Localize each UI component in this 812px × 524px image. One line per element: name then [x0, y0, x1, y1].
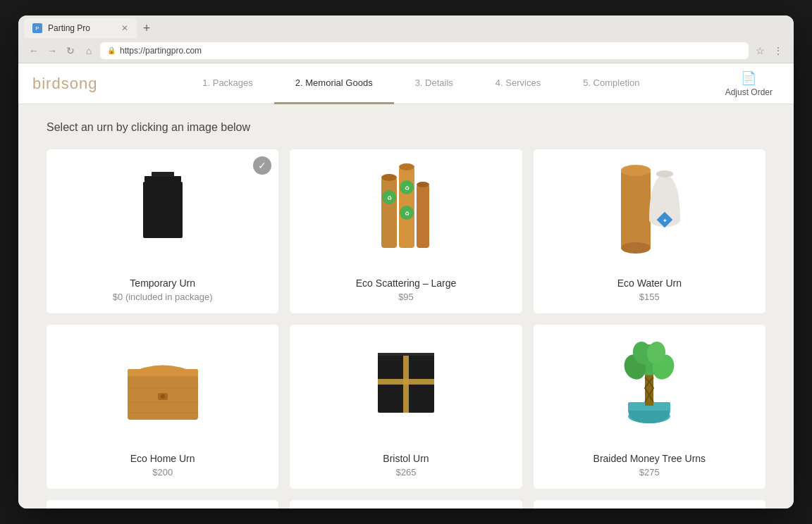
step-details[interactable]: 3. Details	[394, 63, 474, 104]
home-button[interactable]: ⌂	[82, 44, 96, 58]
product-card-braided-money-tree[interactable]: Braided Money Tree Urns $275	[534, 325, 765, 489]
product-image-8	[290, 500, 522, 509]
svg-point-17	[621, 242, 651, 254]
product-image-eco-water: ✦	[534, 149, 765, 269]
step-memorial-goods[interactable]: 2. Memorial Goods	[274, 63, 394, 104]
tab-title: Parting Pro	[48, 23, 90, 33]
product-info-braided-money-tree: Braided Money Tree Urns $275	[534, 444, 765, 489]
svg-point-19	[656, 170, 673, 177]
product-card-9[interactable]	[534, 500, 765, 509]
app-header: birdsong 1. Packages 2. Memorial Goods 3…	[18, 63, 794, 104]
step-packages[interactable]: 1. Packages	[181, 63, 274, 104]
products-grid: ✓ Temporary Urn $0 (included in package)	[47, 149, 765, 509]
braided-money-tree-image	[610, 335, 688, 434]
product-card-bristol[interactable]: Bristol Urn $265	[290, 325, 522, 489]
selected-badge: ✓	[253, 156, 271, 175]
new-tab-button[interactable]: +	[137, 18, 156, 38]
logo-text: birdsong	[32, 75, 97, 92]
svg-point-7	[399, 163, 414, 170]
product-card-8[interactable]	[290, 500, 522, 509]
eco-water-image: ✦	[607, 156, 691, 262]
product-8-image	[374, 504, 438, 509]
forward-button[interactable]: →	[45, 44, 59, 58]
svg-text:♻: ♻	[404, 211, 409, 217]
product-name-braided-money-tree: Braided Money Tree Urns	[545, 453, 754, 464]
svg-rect-5	[417, 185, 429, 248]
svg-point-6	[381, 174, 397, 181]
adjust-order-button[interactable]: 📄 Adjust Order	[718, 66, 780, 101]
active-tab[interactable]: P Parting Pro ✕	[24, 18, 137, 38]
svg-rect-32	[378, 353, 434, 356]
svg-rect-2	[143, 182, 183, 238]
product-info-eco-scattering: Eco Scattering – Large $95	[290, 269, 522, 313]
menu-button[interactable]: ⋮	[771, 44, 785, 58]
browser-toolbar: ← → ↻ ⌂ 🔒 https://partingpro.com ☆ ⋮	[18, 38, 794, 63]
product-price-eco-water: $155	[545, 292, 754, 302]
address-bar[interactable]: 🔒 https://partingpro.com	[100, 42, 749, 59]
product-card-eco-scattering[interactable]: ♻ ♻ ♻ Eco Scattering – Large $95	[290, 149, 522, 313]
product-name-eco-water: Eco Water Urn	[545, 277, 754, 289]
tab-bar: P Parting Pro ✕ +	[18, 15, 794, 38]
product-image-eco-home	[47, 325, 278, 444]
main-content: Select an urn by clicking an image below…	[18, 104, 794, 509]
temporary-urn-image	[135, 170, 191, 248]
refresh-button[interactable]: ↻	[63, 44, 78, 58]
product-name-eco-scattering: Eco Scattering – Large	[301, 277, 510, 289]
product-info-bristol: Bristol Urn $265	[290, 444, 522, 489]
back-button[interactable]: ←	[27, 44, 41, 58]
svg-point-28	[161, 394, 165, 399]
product-image-eco-scattering: ♻ ♻ ♻	[290, 149, 522, 269]
adjust-order-label: Adjust Order	[725, 87, 773, 97]
svg-rect-15	[621, 170, 651, 248]
product-price-temporary-urn: $0 (included in package)	[58, 292, 267, 302]
product-price-bristol: $265	[301, 467, 510, 478]
product-name-temporary-urn: Temporary Urn	[58, 277, 267, 289]
bookmark-button[interactable]: ☆	[753, 44, 767, 58]
step-services[interactable]: 4. Services	[474, 63, 562, 104]
product-image-braided-money-tree	[534, 325, 765, 444]
browser-window: P Parting Pro ✕ + ← → ↻ ⌂ 🔒 https://part…	[18, 15, 794, 509]
svg-text:♻: ♻	[386, 195, 391, 201]
product-info-eco-water: Eco Water Urn $155	[534, 269, 765, 313]
product-card-eco-water[interactable]: ✦ Eco Water Urn $155	[534, 149, 765, 313]
product-info-temporary-urn: Temporary Urn $0 (included in package)	[47, 269, 278, 313]
product-name-bristol: Bristol Urn	[301, 453, 510, 464]
tab-close-button[interactable]: ✕	[121, 23, 128, 33]
svg-point-16	[621, 165, 651, 176]
svg-rect-23	[128, 369, 198, 376]
svg-rect-31	[403, 353, 409, 413]
product-7-image	[135, 504, 191, 509]
eco-scattering-image: ♻ ♻ ♻	[364, 156, 448, 262]
step-navigation: 1. Packages 2. Memorial Goods 3. Details…	[124, 63, 718, 104]
eco-home-image	[117, 335, 209, 434]
product-card-eco-home[interactable]: Eco Home Urn $200	[47, 325, 278, 489]
product-price-eco-home: $200	[58, 467, 267, 478]
lock-icon: 🔒	[107, 46, 116, 54]
url-text: https://partingpro.com	[120, 46, 202, 56]
product-image-9	[534, 500, 765, 509]
step-completion[interactable]: 5. Completion	[562, 63, 660, 104]
product-price-braided-money-tree: $275	[545, 467, 754, 478]
logo: birdsong	[32, 75, 124, 93]
product-name-eco-home: Eco Home Urn	[58, 453, 267, 464]
svg-rect-0	[144, 176, 181, 182]
adjust-order-icon: 📄	[741, 70, 756, 86]
svg-point-8	[417, 182, 429, 187]
svg-text:♻: ♻	[404, 185, 409, 192]
svg-rect-1	[152, 172, 174, 177]
browser-content: birdsong 1. Packages 2. Memorial Goods 3…	[18, 63, 794, 509]
page-title: Select an urn by clicking an image below	[47, 121, 765, 134]
product-info-eco-home: Eco Home Urn $200	[47, 444, 278, 489]
product-card-7[interactable]	[47, 500, 278, 509]
svg-text:✦: ✦	[663, 218, 668, 224]
bristol-image	[367, 339, 445, 430]
product-card-temporary-urn[interactable]: ✓ Temporary Urn $0 (included in package)	[47, 149, 278, 313]
product-image-temporary-urn: ✓	[47, 149, 278, 269]
product-price-eco-scattering: $95	[301, 292, 510, 302]
product-9-image	[614, 504, 684, 509]
tab-favicon: P	[32, 23, 42, 33]
product-image-bristol	[290, 325, 522, 444]
product-image-7	[47, 500, 278, 509]
svg-rect-3	[381, 177, 397, 248]
